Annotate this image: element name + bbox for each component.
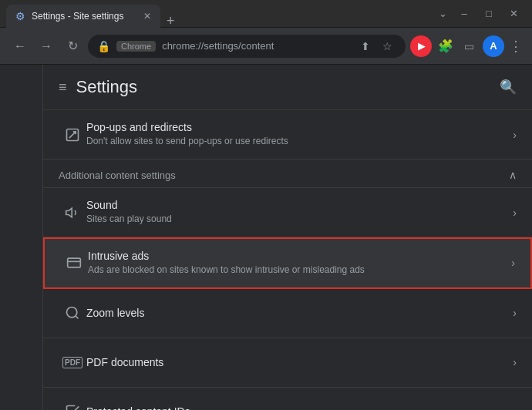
- pdf-chevron: ›: [513, 356, 517, 368]
- close-button[interactable]: ✕: [501, 0, 526, 28]
- url-bar[interactable]: 🔒 Chrome chrome://settings/content ⬆ ☆: [88, 35, 406, 58]
- popups-chevron: ›: [513, 129, 517, 141]
- url-actions: ⬆ ☆: [356, 37, 396, 55]
- zoom-item[interactable]: Zoom levels ›: [43, 289, 532, 338]
- back-button[interactable]: ←: [9, 35, 31, 57]
- hamburger-icon[interactable]: ≡: [59, 79, 67, 96]
- share-icon[interactable]: ⬆: [356, 37, 375, 55]
- titlebar: ⚙ Settings - Site settings ✕ + ⌄ – □ ✕: [0, 0, 532, 28]
- popups-content: Pop-ups and redirects Don't allow sites …: [86, 121, 513, 148]
- search-icon[interactable]: 🔍: [500, 79, 517, 96]
- zoom-title: Zoom levels: [86, 307, 513, 319]
- zoom-content: Zoom levels: [86, 307, 513, 319]
- zoom-icon: [59, 305, 86, 321]
- url-text: chrome://settings/content: [162, 40, 274, 52]
- chrome-badge: Chrome: [116, 41, 156, 52]
- protected-content-item[interactable]: Protected content IDs ›: [43, 388, 532, 410]
- pdf-icon: PDF: [59, 357, 86, 368]
- pdf-content: PDF documents: [86, 356, 513, 368]
- sound-desc: Sites can play sound: [86, 213, 513, 226]
- svg-rect-2: [68, 259, 81, 268]
- media-icon[interactable]: ▶: [410, 35, 432, 57]
- security-icon: 🔒: [97, 40, 110, 52]
- tab-title: Settings - Site settings: [32, 11, 123, 22]
- intrusive-ads-title: Intrusive ads: [88, 250, 511, 262]
- profile-avatar[interactable]: A: [483, 35, 504, 57]
- intrusive-ads-desc: Ads are blocked on sites known to show i…: [88, 264, 511, 277]
- minimize-button[interactable]: –: [452, 0, 476, 28]
- settings-title: Settings: [76, 77, 138, 97]
- intrusive-ads-item[interactable]: Intrusive ads Ads are blocked on sites k…: [43, 237, 532, 289]
- svg-point-4: [67, 308, 77, 318]
- tab-bar: ⚙ Settings - Site settings ✕ +: [6, 0, 434, 28]
- maximize-button[interactable]: □: [476, 0, 501, 28]
- section-header[interactable]: Additional content settings ∧: [43, 160, 532, 188]
- svg-marker-1: [66, 208, 72, 217]
- forward-button[interactable]: →: [35, 35, 57, 57]
- puzzle-icon[interactable]: 🧩: [436, 37, 455, 55]
- sound-item[interactable]: Sound Sites can play sound ›: [43, 188, 532, 237]
- popups-item[interactable]: Pop-ups and redirects Don't allow sites …: [43, 110, 532, 160]
- popups-icon: [59, 127, 86, 143]
- popups-title: Pop-ups and redirects: [86, 121, 513, 133]
- window-controls: ⌄ – □ ✕: [434, 0, 526, 28]
- svg-line-5: [76, 316, 79, 319]
- intrusive-ads-content: Intrusive ads Ads are blocked on sites k…: [88, 250, 511, 277]
- intrusive-ads-chevron: ›: [511, 257, 515, 269]
- addressbar: ← → ↻ 🔒 Chrome chrome://settings/content…: [0, 28, 532, 65]
- sound-title: Sound: [86, 199, 513, 211]
- sidebar: [0, 65, 43, 410]
- tab-favicon: ⚙: [15, 10, 25, 22]
- tab-close-button[interactable]: ✕: [143, 11, 151, 22]
- zoom-chevron: ›: [513, 307, 517, 319]
- protected-content-content: Protected content IDs: [86, 405, 513, 410]
- intrusive-ads-icon: [60, 255, 88, 271]
- protected-content-chevron: ›: [513, 405, 517, 410]
- main-layout: ≡ Settings 🔍 Pop-ups and redirects Don't…: [0, 65, 532, 410]
- sound-content: Sound Sites can play sound: [86, 199, 513, 226]
- sound-icon: [59, 205, 86, 220]
- active-tab[interactable]: ⚙ Settings - Site settings ✕: [6, 5, 160, 28]
- protected-content-title: Protected content IDs: [86, 405, 513, 410]
- section-chevron-icon[interactable]: ∧: [509, 169, 517, 181]
- bookmark-icon[interactable]: ☆: [378, 37, 396, 55]
- settings-content: ≡ Settings 🔍 Pop-ups and redirects Don't…: [43, 65, 532, 410]
- menu-icon[interactable]: ⋮: [509, 38, 523, 55]
- pdf-item[interactable]: PDF PDF documents ›: [43, 338, 532, 388]
- sound-chevron: ›: [513, 207, 517, 219]
- popups-desc: Don't allow sites to send pop-ups or use…: [86, 135, 513, 148]
- protected-content-icon: [59, 404, 86, 410]
- reload-button[interactable]: ↻: [62, 35, 83, 57]
- chevron-down-icon: ⌄: [434, 8, 452, 19]
- cast-icon[interactable]: ▭: [460, 37, 478, 55]
- new-tab-button[interactable]: +: [160, 14, 181, 28]
- pdf-title: PDF documents: [86, 356, 513, 368]
- section-title: Additional content settings: [59, 170, 176, 181]
- settings-header: ≡ Settings 🔍: [43, 65, 532, 110]
